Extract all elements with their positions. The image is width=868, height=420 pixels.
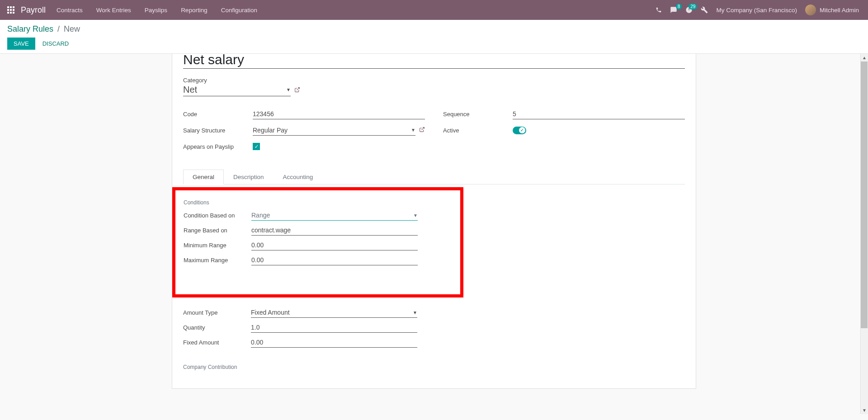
- form-sheet: Net salary Category Net ▼: [172, 54, 696, 389]
- conditions-section-title: Conditions: [184, 199, 452, 206]
- amount-type-label: Amount Type: [183, 309, 251, 316]
- chevron-down-icon: ▼: [413, 213, 418, 218]
- navbar-right: 8 29 My Company (San Francisco) Mitchell…: [656, 5, 868, 15]
- breadcrumb-current: New: [64, 24, 80, 33]
- code-input[interactable]: 123456: [253, 109, 425, 119]
- nav-contracts[interactable]: Contracts: [57, 7, 83, 14]
- chevron-down-icon: ▼: [411, 127, 415, 132]
- company-contribution-section-title: Company Contribution: [183, 364, 685, 370]
- quantity-input[interactable]: 1.0: [251, 322, 417, 333]
- range-based-on-label: Range Based on: [184, 227, 251, 234]
- chevron-down-icon: ▼: [413, 310, 417, 315]
- breadcrumb-separator: /: [57, 24, 60, 33]
- salary-structure-select[interactable]: Regular Pay ▼: [253, 125, 415, 136]
- condition-based-on-value: Range: [251, 212, 270, 219]
- appears-payslip-checkbox[interactable]: ✓: [253, 143, 260, 150]
- category-select[interactable]: Net ▼: [183, 85, 291, 96]
- tab-accounting[interactable]: Accounting: [274, 170, 323, 184]
- breadcrumb-parent[interactable]: Salary Rules: [7, 24, 53, 33]
- nav-configuration[interactable]: Configuration: [221, 7, 257, 14]
- control-panel: Salary Rules / New SAVE DISCARD: [0, 20, 868, 54]
- app-title[interactable]: Payroll: [21, 5, 46, 15]
- top-navbar: Payroll Contracts Work Entries Payslips …: [0, 0, 868, 20]
- tab-description[interactable]: Description: [224, 170, 274, 184]
- save-button[interactable]: SAVE: [7, 38, 35, 50]
- nav-reporting[interactable]: Reporting: [181, 7, 208, 14]
- condition-based-on-select[interactable]: Range ▼: [251, 210, 418, 221]
- navbar-menu: Contracts Work Entries Payslips Reportin…: [57, 7, 656, 14]
- sequence-input[interactable]: 5: [513, 109, 685, 119]
- user-menu[interactable]: Mitchell Admin: [805, 5, 859, 15]
- scrollbar-thumb[interactable]: [861, 61, 868, 328]
- maximum-range-input[interactable]: 0.00: [251, 255, 418, 265]
- quantity-label: Quantity: [183, 324, 251, 331]
- category-label: Category: [183, 77, 685, 84]
- range-based-on-input[interactable]: contract.wage: [251, 225, 418, 236]
- activities-badge: 29: [689, 4, 697, 9]
- phone-icon[interactable]: [656, 7, 662, 13]
- appears-payslip-label: Appears on Payslip: [183, 143, 253, 150]
- chevron-down-icon: ▼: [286, 87, 291, 92]
- minimum-range-label: Minimum Range: [184, 242, 251, 249]
- fixed-amount-input[interactable]: 0.00: [251, 337, 417, 348]
- external-link-icon[interactable]: [419, 127, 425, 134]
- discard-button[interactable]: DISCARD: [41, 38, 71, 50]
- main-content-area: Net salary Category Net ▼: [0, 54, 868, 414]
- messages-icon[interactable]: 8: [670, 6, 677, 14]
- code-label: Code: [183, 111, 253, 118]
- tools-icon[interactable]: [701, 6, 708, 14]
- messages-badge: 8: [676, 4, 682, 9]
- activities-icon[interactable]: 29: [685, 6, 693, 14]
- salary-structure-value: Regular Pay: [253, 127, 288, 134]
- external-link-icon[interactable]: [294, 87, 300, 94]
- user-name: Mitchell Admin: [820, 7, 859, 14]
- active-toggle[interactable]: [513, 127, 526, 134]
- scroll-down-arrow-icon[interactable]: ▼: [861, 406, 868, 414]
- avatar-icon: [805, 5, 816, 15]
- active-label: Active: [443, 127, 513, 134]
- sequence-label: Sequence: [443, 111, 513, 118]
- salary-structure-label: Salary Structure: [183, 127, 253, 134]
- minimum-range-input[interactable]: 0.00: [251, 240, 418, 250]
- form-tabs: General Description Accounting: [183, 170, 685, 184]
- vertical-scrollbar[interactable]: ▲ ▼: [860, 54, 868, 414]
- amount-type-value: Fixed Amount: [251, 309, 290, 316]
- condition-based-on-label: Condition Based on: [184, 212, 251, 219]
- fixed-amount-label: Fixed Amount: [183, 339, 251, 346]
- category-value: Net: [183, 85, 197, 95]
- apps-launcher-icon[interactable]: [5, 4, 17, 16]
- nav-work-entries[interactable]: Work Entries: [96, 7, 131, 14]
- tab-general[interactable]: General: [183, 170, 224, 184]
- amount-type-select[interactable]: Fixed Amount ▼: [251, 307, 417, 318]
- scroll-up-arrow-icon[interactable]: ▲: [861, 54, 868, 61]
- maximum-range-label: Maximum Range: [184, 257, 251, 264]
- record-name-input[interactable]: Net salary: [183, 54, 685, 69]
- nav-payslips[interactable]: Payslips: [145, 7, 167, 14]
- breadcrumb: Salary Rules / New: [7, 24, 861, 34]
- conditions-highlight: Conditions Condition Based on Range ▼ Ra…: [172, 187, 463, 297]
- company-selector[interactable]: My Company (San Francisco): [716, 7, 797, 14]
